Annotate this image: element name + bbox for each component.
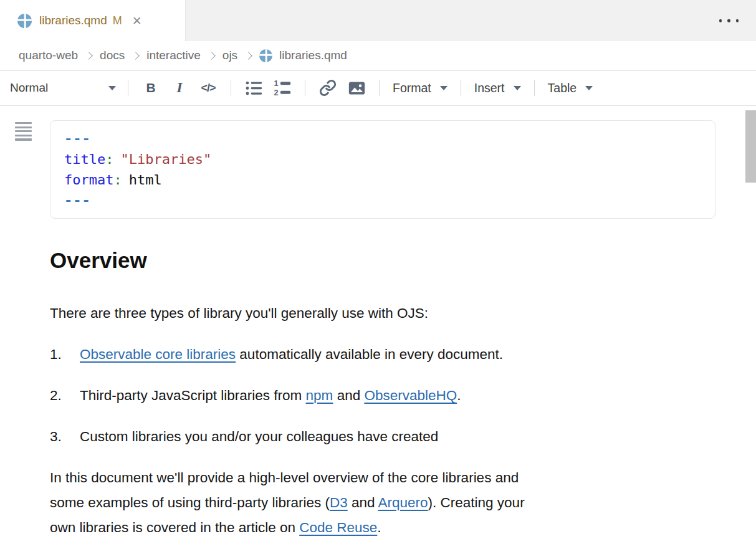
breadcrumb-item-file[interactable]: libraries.qmd <box>259 49 347 62</box>
breadcrumb-item-quarto-web[interactable]: quarto-web <box>19 49 78 62</box>
paragraph-style-value: Normal <box>10 81 48 95</box>
ellipsis-icon <box>719 19 722 22</box>
link-d3[interactable]: D3 <box>330 495 348 510</box>
paragraph-style-select[interactable]: Normal <box>9 81 120 95</box>
toolbar-divider <box>461 80 461 96</box>
toolbar-divider <box>128 80 128 96</box>
toolbar-divider <box>305 80 305 96</box>
chevron-right-icon <box>244 52 252 60</box>
tab-libraries-qmd[interactable]: libraries.qmd M ✕ <box>0 0 186 41</box>
insert-image-button[interactable] <box>342 75 371 101</box>
formatting-toolbar: Normal B I </> 1 2 <box>0 70 756 106</box>
bold-button[interactable]: B <box>136 75 165 101</box>
yaml-front-matter-block[interactable]: --- title:"Libraries" format:html --- <box>50 120 715 219</box>
format-menu-label: Format <box>393 81 431 95</box>
block-drag-handle-icon[interactable] <box>15 122 32 141</box>
chevron-down-icon <box>108 86 116 90</box>
bulleted-list-icon <box>245 79 263 97</box>
vertical-scrollbar-thumb[interactable] <box>745 110 756 183</box>
heading-overview: Overview <box>50 247 693 274</box>
image-icon <box>348 79 366 97</box>
italic-button[interactable]: I <box>165 75 194 101</box>
list-marker: 3. <box>50 424 80 449</box>
list-marker: 2. <box>50 383 80 408</box>
quarto-file-icon <box>17 14 32 28</box>
link-observablehq[interactable]: ObservableHQ <box>364 388 457 403</box>
yaml-format-line: format:html <box>64 170 701 190</box>
close-icon[interactable]: ✕ <box>132 15 142 27</box>
yaml-delimiter: --- <box>64 190 701 211</box>
toolbar-divider <box>379 80 380 96</box>
closing-paragraph: In this document we'll provide a high-le… <box>50 466 693 540</box>
insert-link-button[interactable] <box>313 75 342 101</box>
closing-line: own libraries is covered in the article … <box>50 515 693 540</box>
italic-icon: I <box>177 80 183 96</box>
chevron-down-icon <box>514 86 521 90</box>
insert-menu[interactable]: Insert <box>469 75 526 101</box>
format-menu[interactable]: Format <box>388 75 452 101</box>
toolbar-divider <box>231 80 231 96</box>
link-observable-core-libraries[interactable]: Observable core libraries <box>80 346 236 362</box>
closing-line: In this document we'll provide a high-le… <box>50 466 693 490</box>
inline-code-button[interactable]: </> <box>194 75 222 101</box>
more-actions-button[interactable] <box>718 16 740 26</box>
chevron-right-icon <box>132 52 140 60</box>
insert-menu-label: Insert <box>474 81 505 95</box>
list-item: 3. Custom libraries you and/or your coll… <box>50 424 693 449</box>
chevron-right-icon <box>208 52 216 60</box>
modified-badge: M <box>113 14 122 27</box>
table-menu[interactable]: Table <box>543 75 598 101</box>
editor-content[interactable]: --- title:"Libraries" format:html --- Ov… <box>0 106 756 554</box>
breadcrumb-item-ojs[interactable]: ojs <box>222 49 237 62</box>
yaml-title-line: title:"Libraries" <box>64 149 701 170</box>
chevron-down-icon <box>585 86 593 90</box>
list-item: 1. Observable core libraries automatical… <box>50 342 693 367</box>
numbered-list: 1. Observable core libraries automatical… <box>50 342 693 449</box>
intro-paragraph: There are three types of library you'll … <box>50 301 693 326</box>
numbered-list-button[interactable]: 1 2 <box>268 75 297 101</box>
quarto-file-icon <box>259 49 272 62</box>
svg-text:2: 2 <box>274 88 278 97</box>
link-code-reuse[interactable]: Code Reuse <box>299 520 377 535</box>
breadcrumb-item-interactive[interactable]: interactive <box>146 49 201 62</box>
breadcrumb: quarto-web docs interactive ojs librarie… <box>0 41 756 70</box>
breadcrumb-item-docs[interactable]: docs <box>100 49 125 62</box>
yaml-delimiter: --- <box>64 128 701 149</box>
list-item: 2. Third-party JavaScript libraries from… <box>50 383 693 408</box>
list-marker: 1. <box>50 342 80 367</box>
bold-icon: B <box>146 80 155 95</box>
svg-text:1: 1 <box>274 79 278 88</box>
bulleted-list-button[interactable] <box>239 75 268 101</box>
code-icon: </> <box>201 82 215 95</box>
numbered-list-icon: 1 2 <box>274 79 292 97</box>
toolbar-divider <box>534 80 535 96</box>
chevron-down-icon <box>440 86 447 90</box>
link-arquero[interactable]: Arquero <box>378 495 428 510</box>
tab-title: libraries.qmd <box>39 14 107 27</box>
table-menu-label: Table <box>548 81 577 95</box>
link-npm[interactable]: npm <box>306 388 333 403</box>
document-body: --- title:"Libraries" format:html --- Ov… <box>50 120 693 540</box>
breadcrumb-file-label: libraries.qmd <box>279 49 347 62</box>
tab-bar: libraries.qmd M ✕ <box>0 0 756 41</box>
link-icon <box>319 79 337 97</box>
chevron-right-icon <box>85 52 93 60</box>
closing-line: some examples of using third-party libra… <box>50 490 693 515</box>
